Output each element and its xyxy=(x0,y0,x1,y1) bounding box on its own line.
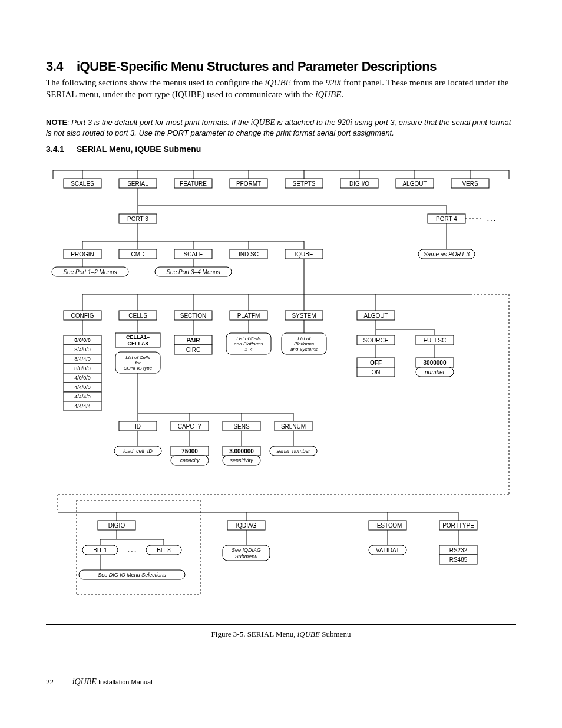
svg-text:8/0/0/0: 8/0/0/0 xyxy=(74,337,91,343)
svg-text:load_cell_ID: load_cell_ID xyxy=(123,448,153,454)
svg-text:CMD: CMD xyxy=(131,251,145,258)
figure-caption: Figure 3-5. SERIAL Menu, iQUBE Submenu xyxy=(46,630,516,639)
svg-text:4/0/0/0: 4/0/0/0 xyxy=(74,375,91,381)
svg-text:serial_number: serial_number xyxy=(276,448,310,454)
menu-diagram: SCALES SERIAL FEATURE PFORMT SETPTS DIG … xyxy=(46,159,516,625)
svg-text:ALGOUT: ALGOUT xyxy=(402,180,427,187)
svg-text:SECTION: SECTION xyxy=(180,312,206,319)
svg-text:Same as PORT 3: Same as PORT 3 xyxy=(424,251,470,258)
svg-text:4/4/4/4: 4/4/4/4 xyxy=(74,403,91,409)
footer-product: iQUBE xyxy=(72,677,97,686)
svg-text:PAIR: PAIR xyxy=(186,337,200,344)
svg-text:1–4: 1–4 xyxy=(244,347,253,352)
note-paragraph: NOTE: Port 3 is the default port for mos… xyxy=(46,117,516,139)
svg-text:SETPTS: SETPTS xyxy=(293,180,316,187)
svg-text:8/4/0/0: 8/4/0/0 xyxy=(74,347,91,353)
svg-text:See Port 1–2 Menus: See Port 1–2 Menus xyxy=(63,269,117,275)
svg-text:CELLA1–: CELLA1– xyxy=(126,334,150,340)
svg-text:FEATURE: FEATURE xyxy=(180,180,207,187)
svg-text:4/4/4/0: 4/4/4/0 xyxy=(74,394,91,400)
svg-text:IND SC: IND SC xyxy=(239,251,259,258)
svg-text:SERIAL: SERIAL xyxy=(127,180,148,187)
svg-text:SENS: SENS xyxy=(233,423,250,430)
svg-text:and Systems: and Systems xyxy=(290,347,318,352)
svg-text:4/4/0/0: 4/4/0/0 xyxy=(74,384,91,390)
svg-text:RS485: RS485 xyxy=(449,556,468,563)
svg-text:ID: ID xyxy=(135,423,141,430)
svg-text:3.000000: 3.000000 xyxy=(229,448,254,454)
footer-manual: Installation Manual xyxy=(97,678,153,686)
svg-text:. . .: . . . xyxy=(487,216,495,222)
svg-text:PORT 3: PORT 3 xyxy=(127,216,148,222)
svg-text:TESTCOM: TESTCOM xyxy=(373,522,402,529)
svg-text:List of Cells: List of Cells xyxy=(125,355,150,360)
svg-text:List of: List of xyxy=(297,336,310,341)
svg-text:SYSTEM: SYSTEM xyxy=(292,312,316,319)
svg-text:ALGOUT: ALGOUT xyxy=(363,312,388,319)
section-heading: 3.4iQUBE-Specific Menu Structures and Pa… xyxy=(46,59,516,74)
section-title: iQUBE-Specific Menu Structures and Param… xyxy=(77,59,437,74)
svg-text:CONFIG type: CONFIG type xyxy=(124,365,153,371)
svg-text:CAPCTY: CAPCTY xyxy=(178,423,202,430)
svg-text:CELLA8: CELLA8 xyxy=(127,341,148,347)
subsection-heading: 3.4.1SERIAL Menu, iQUBE Submenu xyxy=(46,144,516,154)
svg-text:PFORMT: PFORMT xyxy=(236,180,261,187)
svg-text:Submenu: Submenu xyxy=(235,554,258,559)
page-footer: 22 iQUBE Installation Manual xyxy=(46,677,153,687)
intro-paragraph: The following sections show the menus us… xyxy=(46,77,516,101)
svg-text:BIT 1: BIT 1 xyxy=(93,547,107,554)
svg-text:PORTTYPE: PORTTYPE xyxy=(442,522,474,529)
svg-text:75000: 75000 xyxy=(181,448,198,454)
svg-text:ON: ON xyxy=(372,369,381,375)
menu-node: SCALES SERIAL FEATURE PFORMT SETPTS DIG … xyxy=(64,179,489,188)
subsection-number: 3.4.1 xyxy=(46,144,77,154)
svg-text:PLATFM: PLATFM xyxy=(237,312,260,319)
svg-text:See Port 3–4 Menus: See Port 3–4 Menus xyxy=(166,269,220,275)
svg-text:PORT 4: PORT 4 xyxy=(436,216,457,222)
svg-text:FULLSC: FULLSC xyxy=(424,337,446,344)
svg-text:VALIDAT: VALIDAT xyxy=(376,547,399,554)
svg-text:8/4/4/0: 8/4/4/0 xyxy=(74,356,91,362)
svg-text:List of Cells: List of Cells xyxy=(236,336,260,341)
svg-text:SCALE: SCALE xyxy=(184,251,203,258)
section-number: 3.4 xyxy=(46,59,77,74)
svg-text:IQDIAG: IQDIAG xyxy=(236,522,256,529)
svg-text:8/8/0/0: 8/8/0/0 xyxy=(74,365,91,371)
page-number: 22 xyxy=(46,677,54,686)
svg-text:CONFIG: CONFIG xyxy=(71,312,94,319)
svg-text:CELLS: CELLS xyxy=(128,312,147,319)
svg-text:. . .: . . . xyxy=(128,547,136,554)
svg-text:See IQDIAG: See IQDIAG xyxy=(232,547,261,553)
svg-text:CIRC: CIRC xyxy=(186,347,200,353)
svg-text:number: number xyxy=(425,369,445,375)
svg-text:See DIG IO Menu Selections: See DIG IO Menu Selections xyxy=(98,572,166,578)
svg-text:RS232: RS232 xyxy=(449,547,468,554)
svg-text:BIT 8: BIT 8 xyxy=(157,547,171,554)
svg-text:DIGIO: DIGIO xyxy=(108,522,125,529)
svg-text:and Platforms: and Platforms xyxy=(234,341,263,347)
note-label: NOTE xyxy=(46,118,67,127)
subsection-title: SERIAL Menu, iQUBE Submenu xyxy=(77,144,201,154)
svg-text:Platforms: Platforms xyxy=(294,341,314,347)
svg-text:OFF: OFF xyxy=(370,360,382,366)
svg-text:PROGIN: PROGIN xyxy=(71,251,94,258)
svg-text:SOURCE: SOURCE xyxy=(363,337,389,344)
svg-text:IQUBE: IQUBE xyxy=(295,251,313,258)
svg-text:DIG I/O: DIG I/O xyxy=(349,180,369,187)
svg-text:for: for xyxy=(135,360,141,365)
svg-text:3000000: 3000000 xyxy=(424,360,447,366)
svg-text:sensitivity: sensitivity xyxy=(230,457,253,463)
svg-text:SCALES: SCALES xyxy=(71,180,94,187)
svg-text:SRLNUM: SRLNUM xyxy=(281,423,306,430)
svg-text:VERS: VERS xyxy=(462,180,478,187)
svg-text:capacity: capacity xyxy=(180,457,200,463)
